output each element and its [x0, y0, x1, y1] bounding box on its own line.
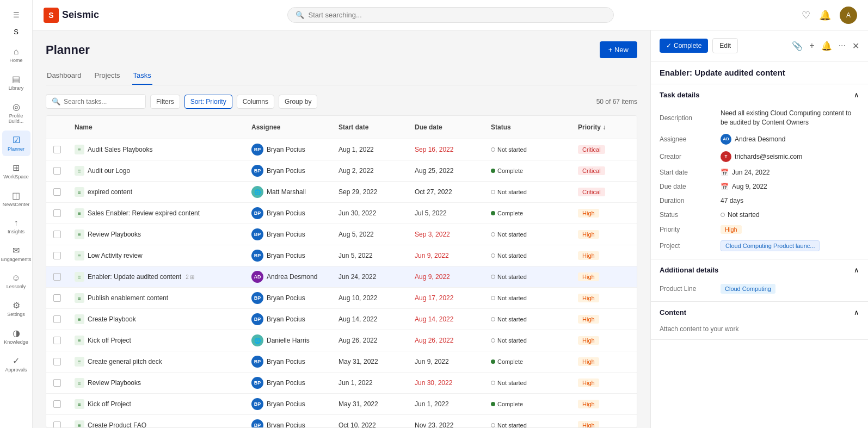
sidebar-item-knowledge[interactable]: ◑ Knowledge — [2, 324, 30, 349]
sidebar-item-profile-builder[interactable]: ◎ Profile Build... — [2, 97, 30, 128]
table-row[interactable]: ≡ Audit Sales Playbooks BP Bryan Pocius … — [46, 139, 637, 160]
sidebar-item-lessonly[interactable]: ☺ Lessonly — [2, 269, 30, 294]
checkbox[interactable] — [53, 231, 61, 238]
th-start-date: Start date — [332, 120, 408, 134]
status-badge: Not started — [491, 295, 527, 301]
due-date-cell: Jul 5, 2022 — [408, 205, 484, 221]
sidebar-item-label: Settings — [7, 312, 25, 317]
row-checkbox[interactable] — [46, 417, 68, 428]
row-checkbox[interactable] — [46, 375, 68, 391]
checkbox[interactable] — [53, 337, 61, 344]
add-icon[interactable]: + — [809, 41, 814, 51]
tabs: Dashboard Projects Tasks — [46, 67, 637, 85]
checkbox[interactable] — [53, 421, 61, 428]
checkbox[interactable] — [53, 400, 61, 408]
insights-icon: ↑ — [14, 218, 19, 228]
checkbox[interactable] — [53, 358, 61, 365]
row-checkbox[interactable] — [46, 247, 68, 264]
search-input[interactable] — [309, 11, 606, 19]
checkbox[interactable] — [53, 188, 61, 196]
product-line-label: Product Line — [660, 285, 714, 293]
sidebar-item-workspace[interactable]: ⊞ WorkSpace — [2, 158, 30, 184]
sidebar-item-settings[interactable]: ⚙ Settings — [2, 296, 30, 321]
columns-button[interactable]: Columns — [237, 95, 274, 109]
task-search[interactable]: 🔍 — [46, 94, 146, 109]
global-search[interactable]: 🔍 — [287, 7, 614, 23]
checkbox[interactable] — [53, 315, 61, 323]
lessonly-icon: ☺ — [11, 273, 20, 283]
sidebar-item-planner[interactable]: ☑ Planner — [2, 131, 30, 156]
attach-icon[interactable]: 📎 — [792, 41, 803, 51]
row-checkbox[interactable] — [46, 205, 68, 221]
table-row[interactable]: ≡ Review Playbooks BP Bryan Pocius Aug 5… — [46, 224, 637, 245]
table-row[interactable]: ≡ Kick off Project BP Bryan Pocius May 3… — [46, 394, 637, 415]
checkbox[interactable] — [53, 273, 61, 281]
planner-icon: ☑ — [13, 135, 20, 145]
task-name: ≡ Low Activity review — [68, 246, 245, 265]
due-date-cell: Jun 30, 2022 — [408, 375, 484, 391]
additional-details-header[interactable]: Additional details ∧ — [651, 259, 868, 281]
assignee-cell: 🌐 Danielle Harris — [245, 330, 332, 351]
table-row[interactable]: ≡ Kick off Project 🌐 Danielle Harris Aug… — [46, 330, 637, 351]
sidebar-item-home[interactable]: ⌂ Home — [2, 42, 30, 67]
due-date-cell: Aug 25, 2022 — [408, 163, 484, 179]
notifications-icon[interactable]: 🔔 — [819, 9, 831, 21]
more-icon[interactable]: ··· — [839, 41, 846, 51]
tasks-table: Name Assignee Start date Due date Status… — [46, 115, 637, 428]
duration-label: Duration — [660, 197, 714, 204]
page-title: Planner — [46, 43, 90, 57]
row-checkbox[interactable] — [46, 269, 68, 285]
sidebar-item-insights[interactable]: ↑ Insights — [2, 214, 30, 239]
row-checkbox[interactable] — [46, 141, 68, 158]
sidebar-item-newscenter[interactable]: ◫ NewsCenter — [2, 186, 30, 212]
sidebar-item-engagements[interactable]: ✉ Engagements — [2, 241, 30, 266]
checkbox[interactable] — [53, 209, 61, 217]
table-row[interactable]: ≡ Create Product FAQ BP Bryan Pocius Oct… — [46, 415, 637, 428]
table-row[interactable]: ≡ Enabler: Update audited content 2 ⊞ AD… — [46, 266, 637, 288]
edit-button[interactable]: Edit — [712, 38, 738, 53]
tab-projects[interactable]: Projects — [94, 67, 121, 85]
table-row[interactable]: ≡ Review Playbooks BP Bryan Pocius Jun 1… — [46, 373, 637, 394]
table-row[interactable]: ≡ Sales Enabler: Review expired content … — [46, 203, 637, 224]
favorites-icon[interactable]: ♡ — [802, 9, 810, 21]
row-checkbox[interactable] — [46, 353, 68, 370]
row-checkbox[interactable] — [46, 396, 68, 412]
table-row[interactable]: ≡ Audit our Logo BP Bryan Pocius Aug 2, … — [46, 160, 637, 182]
checkbox[interactable] — [53, 167, 61, 175]
checkbox[interactable] — [53, 146, 61, 153]
table-row[interactable]: ≡ Create general pitch deck BP Bryan Poc… — [46, 351, 637, 373]
row-checkbox[interactable] — [46, 311, 68, 327]
th-check — [46, 120, 68, 134]
row-checkbox[interactable] — [46, 332, 68, 349]
new-button[interactable]: + New — [600, 41, 637, 58]
task-icon: ≡ — [75, 251, 84, 260]
close-icon[interactable]: ✕ — [852, 41, 859, 51]
tab-dashboard[interactable]: Dashboard — [46, 67, 83, 85]
row-checkbox[interactable] — [46, 163, 68, 179]
checkbox[interactable] — [53, 294, 61, 302]
complete-button[interactable]: ✓ Complete — [660, 39, 708, 53]
sidebar-item-approvals[interactable]: ✓ Approvals — [2, 351, 30, 377]
checkbox[interactable] — [53, 379, 61, 387]
group-by-button[interactable]: Group by — [279, 95, 317, 109]
content-header[interactable]: Content ∧ — [651, 302, 868, 323]
product-line-row: Product Line Cloud Computing — [651, 281, 868, 297]
table-row[interactable]: ≡ Create Playbook BP Bryan Pocius Aug 14… — [46, 309, 637, 330]
task-details-header[interactable]: Task details ∧ — [651, 84, 868, 106]
tab-tasks[interactable]: Tasks — [132, 67, 152, 85]
sidebar-item-library[interactable]: ▤ Library — [2, 70, 30, 95]
menu-button[interactable]: ☰ — [9, 7, 24, 23]
filters-button[interactable]: Filters — [150, 95, 180, 109]
bell-icon[interactable]: 🔔 — [821, 41, 832, 51]
row-checkbox[interactable] — [46, 290, 68, 306]
row-checkbox[interactable] — [46, 226, 68, 243]
user-avatar[interactable]: A — [840, 7, 857, 24]
row-checkbox[interactable] — [46, 184, 68, 200]
due-date-value: 📅 Aug 9, 2022 — [721, 183, 859, 190]
checkbox[interactable] — [53, 252, 61, 259]
table-row[interactable]: ≡ Publish enablement content BP Bryan Po… — [46, 288, 637, 309]
sort-button[interactable]: Sort: Priority — [184, 95, 232, 109]
table-row[interactable]: ≡ expired content 🌐 Matt Marshall Sep 29… — [46, 182, 637, 203]
table-row[interactable]: ≡ Low Activity review BP Bryan Pocius Ju… — [46, 245, 637, 266]
task-search-input[interactable] — [64, 98, 140, 106]
